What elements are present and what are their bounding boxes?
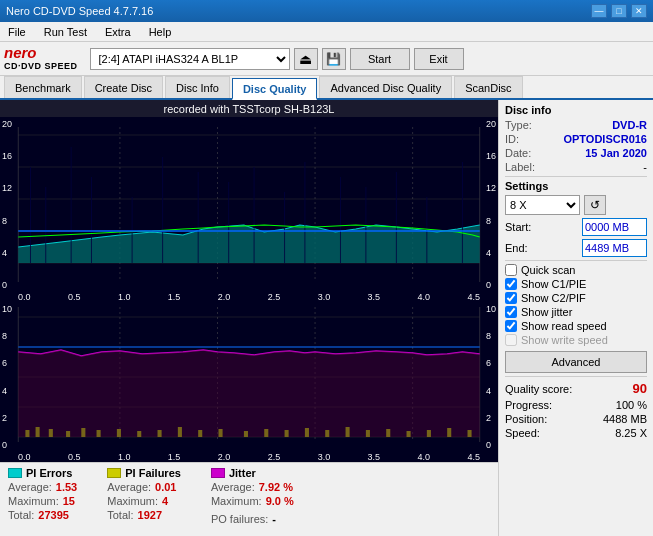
quick-scan-row: Quick scan	[505, 264, 647, 276]
menu-help[interactable]: Help	[145, 25, 176, 39]
right-panel: Disc info Type: DVD-R ID: OPTODISCR016 D…	[498, 100, 653, 536]
show-jitter-label: Show jitter	[521, 306, 572, 318]
advanced-button[interactable]: Advanced	[505, 351, 647, 373]
quality-score-row: Quality score: 90	[505, 381, 647, 396]
po-failures-row: PO failures: -	[211, 513, 294, 525]
tab-scan-disc[interactable]: ScanDisc	[454, 76, 522, 98]
tab-disc-quality[interactable]: Disc Quality	[232, 78, 318, 100]
top-chart: 201612840 201612840	[0, 117, 498, 292]
logo: nero CD·DVD SPEED	[4, 45, 78, 71]
speed-select[interactable]: 8 X	[505, 195, 580, 215]
disc-type-value: DVD-R	[612, 119, 647, 131]
title-bar: Nero CD-DVD Speed 4.7.7.16 — □ ✕	[0, 0, 653, 22]
eject-button[interactable]: ⏏	[294, 48, 318, 70]
disc-id-label: ID:	[505, 133, 519, 145]
pi-failures-total: Total: 1927	[107, 509, 181, 521]
disc-label-value: -	[643, 161, 647, 173]
tab-disc-info[interactable]: Disc Info	[165, 76, 230, 98]
disc-type-row: Type: DVD-R	[505, 119, 647, 131]
progress-label: Progress:	[505, 399, 552, 411]
disc-label-row: Label: -	[505, 161, 647, 173]
jitter-title: Jitter	[229, 467, 256, 479]
end-row: End:	[505, 239, 647, 257]
tab-benchmark[interactable]: Benchmark	[4, 76, 82, 98]
minimize-button[interactable]: —	[591, 4, 607, 18]
tab-create-disc[interactable]: Create Disc	[84, 76, 163, 98]
disc-label-label: Label:	[505, 161, 535, 173]
show-c1-pie-label: Show C1/PIE	[521, 278, 586, 290]
menu-run-test[interactable]: Run Test	[40, 25, 91, 39]
end-input[interactable]	[582, 239, 647, 257]
speed-value: 8.25 X	[615, 427, 647, 439]
maximize-button[interactable]: □	[611, 4, 627, 18]
end-label: End:	[505, 242, 528, 254]
svg-marker-64	[18, 350, 479, 437]
menu-file[interactable]: File	[4, 25, 30, 39]
start-input[interactable]	[582, 218, 647, 236]
bottom-chart-x-labels: 0.00.51.01.52.02.53.03.54.04.5	[0, 452, 498, 462]
quality-score-value: 90	[633, 381, 647, 396]
pi-failures-legend: PI Failures Average: 0.01 Maximum: 4 Tot…	[107, 467, 181, 521]
legend-area: PI Errors Average: 1.53 Maximum: 15 Tota…	[0, 462, 498, 536]
progress-rows: Progress: 100 % Position: 4488 MB Speed:…	[505, 399, 647, 439]
pi-failures-max: Maximum: 4	[107, 495, 181, 507]
pi-errors-header: PI Errors	[8, 467, 77, 479]
show-write-speed-label: Show write speed	[521, 334, 608, 346]
top-chart-x-labels: 0.00.51.01.52.02.53.03.54.04.5	[0, 292, 498, 302]
show-c2-pif-checkbox[interactable]	[505, 292, 517, 304]
show-c2-pif-label: Show C2/PIF	[521, 292, 586, 304]
main-content: recorded with TSSTcorp SH-B123L 20161284…	[0, 100, 653, 536]
close-button[interactable]: ✕	[631, 4, 647, 18]
pi-failures-avg: Average: 0.01	[107, 481, 181, 493]
divider-2	[505, 260, 647, 261]
pi-errors-avg: Average: 1.53	[8, 481, 77, 493]
exit-button[interactable]: Exit	[414, 48, 464, 70]
disc-date-label: Date:	[505, 147, 531, 159]
settings-speed-row: 8 X ↺	[505, 195, 647, 215]
divider-3	[505, 376, 647, 377]
show-jitter-checkbox[interactable]	[505, 306, 517, 318]
show-read-speed-checkbox[interactable]	[505, 320, 517, 332]
menu-bar: File Run Test Extra Help	[0, 22, 653, 42]
quick-scan-checkbox[interactable]	[505, 264, 517, 276]
title-bar-controls: — □ ✕	[591, 4, 647, 18]
show-c2-pif-row: Show C2/PIF	[505, 292, 647, 304]
quality-score-label: Quality score:	[505, 383, 572, 395]
menu-extra[interactable]: Extra	[101, 25, 135, 39]
quick-scan-label: Quick scan	[521, 264, 575, 276]
pi-errors-color-box	[8, 468, 22, 478]
bottom-chart: 1086420 1086420	[0, 302, 498, 452]
progress-value: 100 %	[616, 399, 647, 411]
show-c1-pie-row: Show C1/PIE	[505, 278, 647, 290]
jitter-max: Maximum: 9.0 %	[211, 495, 294, 507]
show-write-speed-checkbox[interactable]	[505, 334, 517, 346]
pi-errors-total: Total: 27395	[8, 509, 77, 521]
title-bar-title: Nero CD-DVD Speed 4.7.7.16	[6, 5, 153, 17]
show-read-speed-row: Show read speed	[505, 320, 647, 332]
show-read-speed-label: Show read speed	[521, 320, 607, 332]
tab-advanced-disc-quality[interactable]: Advanced Disc Quality	[319, 76, 452, 98]
disc-info-title: Disc info	[505, 104, 647, 116]
jitter-avg: Average: 7.92 %	[211, 481, 294, 493]
show-write-speed-row: Show write speed	[505, 334, 647, 346]
jitter-header: Jitter	[211, 467, 294, 479]
refresh-button[interactable]: ↺	[584, 195, 606, 215]
bottom-chart-svg	[0, 302, 498, 452]
show-c1-pie-checkbox[interactable]	[505, 278, 517, 290]
speed-label: Speed:	[505, 427, 540, 439]
top-chart-svg	[0, 117, 498, 292]
jitter-color-box	[211, 468, 225, 478]
logo-subtext: CD·DVD SPEED	[4, 62, 78, 72]
position-row: Position: 4488 MB	[505, 413, 647, 425]
position-label: Position:	[505, 413, 547, 425]
pi-failures-header: PI Failures	[107, 467, 181, 479]
save-button[interactable]: 💾	[322, 48, 346, 70]
jitter-legend: Jitter Average: 7.92 % Maximum: 9.0 % PO…	[211, 467, 294, 525]
progress-row: Progress: 100 %	[505, 399, 647, 411]
position-value: 4488 MB	[603, 413, 647, 425]
start-button[interactable]: Start	[350, 48, 410, 70]
start-label: Start:	[505, 221, 531, 233]
drive-select[interactable]: [2:4] ATAPI iHAS324 A BL1P	[90, 48, 290, 70]
pi-errors-title: PI Errors	[26, 467, 72, 479]
start-row: Start:	[505, 218, 647, 236]
